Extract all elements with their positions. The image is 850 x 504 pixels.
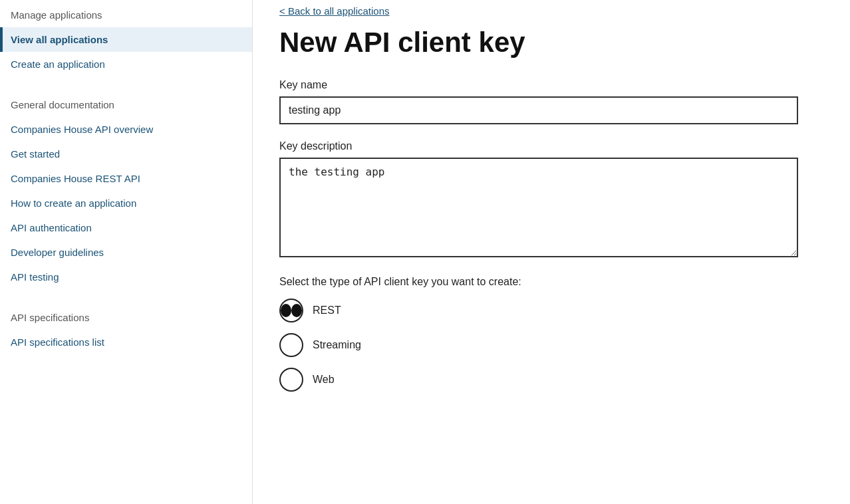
manage-applications-heading: Manage applications (0, 0, 252, 27)
sidebar-item-how-to-create[interactable]: How to create an application (0, 191, 252, 215)
key-description-group: Key description (279, 140, 823, 260)
radio-rest[interactable]: REST (279, 299, 823, 322)
radio-web[interactable]: Web (279, 368, 823, 392)
radio-streaming-circle[interactable] (279, 333, 303, 357)
sidebar-item-get-started[interactable]: Get started (0, 142, 252, 166)
select-type-group: Select the type of API client key you wa… (279, 276, 823, 392)
sidebar-item-api-spec-list[interactable]: API specifications list (0, 330, 252, 354)
sidebar-item-create-app[interactable]: Create an application (0, 52, 252, 76)
select-type-label: Select the type of API client key you wa… (279, 276, 823, 288)
api-specifications-heading: API specifications (0, 303, 252, 330)
main-content: Back to all applications New API client … (253, 0, 850, 504)
page-title: New API client key (279, 27, 823, 58)
radio-rest-dot (281, 304, 291, 317)
radio-web-circle[interactable] (279, 368, 303, 392)
key-name-input[interactable] (279, 96, 798, 124)
back-to-applications-link[interactable]: Back to all applications (279, 5, 390, 17)
radio-streaming[interactable]: Streaming (279, 333, 823, 357)
sidebar-item-view-all[interactable]: View all applications (0, 27, 252, 52)
sidebar: Manage applications View all application… (0, 0, 253, 504)
radio-rest-circle[interactable] (279, 299, 303, 322)
sidebar-item-api-auth[interactable]: API authentication (0, 215, 252, 240)
key-name-label: Key name (279, 79, 823, 91)
radio-rest-label: REST (313, 305, 341, 316)
radio-web-label: Web (313, 374, 335, 386)
radio-streaming-label: Streaming (313, 339, 361, 351)
sidebar-item-api-overview[interactable]: Companies House API overview (0, 117, 252, 142)
key-description-textarea[interactable] (279, 158, 798, 257)
sidebar-item-dev-guidelines[interactable]: Developer guidelines (0, 240, 252, 265)
sidebar-item-api-testing[interactable]: API testing (0, 265, 252, 289)
radio-group: REST Streaming Web (279, 299, 823, 392)
sidebar-item-rest-api[interactable]: Companies House REST API (0, 166, 252, 191)
key-description-label: Key description (279, 140, 823, 152)
key-name-group: Key name (279, 79, 823, 124)
general-documentation-heading: General documentation (0, 90, 252, 117)
